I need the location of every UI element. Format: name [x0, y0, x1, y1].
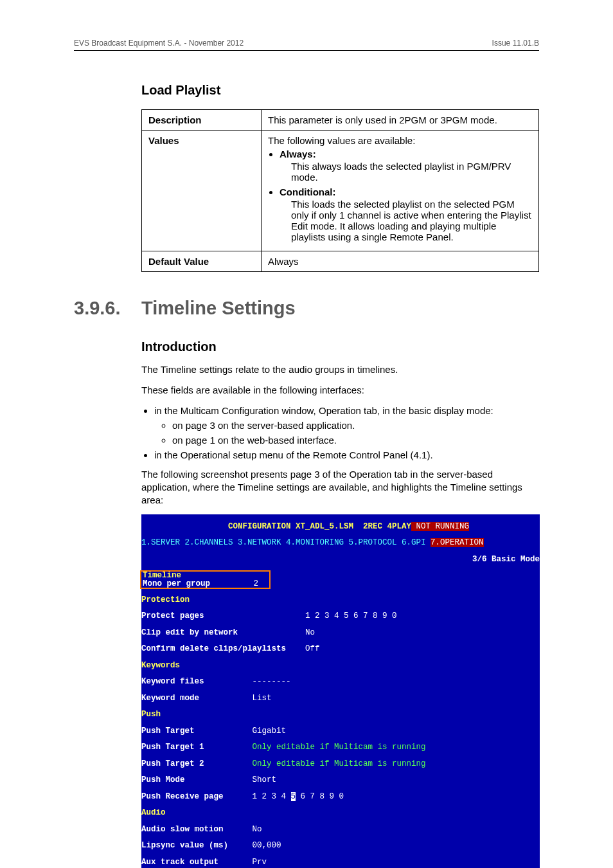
push-receive-pre: 1 2 3 4: [253, 792, 291, 801]
table-row: Values The following values are availabl…: [142, 131, 539, 251]
aux-value: Prv: [253, 858, 267, 867]
mono-per-group-value: 2: [254, 579, 259, 588]
terminal-tabs: 1.SERVER 2.CHANNELS 3.NETWORK 4.MONITORI…: [141, 538, 431, 547]
clip-edit-value: No: [305, 628, 315, 637]
lipsync-value: 00,000: [253, 841, 281, 850]
keywords-header: Keywords: [141, 661, 180, 670]
terminal-status: NOT RUNNING: [411, 522, 469, 531]
description-value: This parameter is only used in 2PGM or 3…: [262, 110, 539, 131]
intro-p1: The Timeline settings relate to the audi…: [141, 363, 539, 376]
intro-li1: in the Multicam Configuration window, Op…: [154, 405, 493, 416]
intro-p3: The following screenshot presents page 3…: [141, 468, 539, 507]
page-header: EVS Broadcast Equipment S.A. - November …: [74, 39, 539, 51]
push-mode-label: Push Mode: [141, 775, 185, 784]
lipsync-label: Lipsync value (ms): [141, 841, 228, 850]
aux-label: Aux track output: [141, 858, 218, 867]
load-playlist-title: Load Playlist: [74, 83, 539, 98]
keyword-files-value: --------: [253, 677, 291, 686]
section-title: Timeline Settings: [141, 298, 296, 319]
header-left: EVS Broadcast Equipment S.A. - November …: [74, 39, 244, 48]
audio-header: Audio: [141, 808, 166, 817]
terminal-screenshot: CONFIGURATION XT_ADL_5.LSM 2REC 4PLAY NO…: [141, 514, 540, 868]
default-label: Default Value: [142, 251, 262, 272]
conditional-label: Conditional:: [280, 186, 335, 197]
conditional-desc: This loads the selected playlist on the …: [291, 199, 532, 242]
always-desc: This always loads the selected playlist …: [291, 161, 532, 183]
values-intro: The following values are available:: [268, 135, 415, 146]
list-item: in the Multicam Configuration window, Op…: [154, 405, 539, 446]
always-label: Always:: [280, 149, 316, 159]
keyword-files-label: Keyword files: [141, 677, 204, 686]
load-playlist-table: Description This parameter is only used …: [141, 109, 539, 272]
intro-p2: These fields are available in the follow…: [141, 384, 539, 397]
values-cell: The following values are available: Alwa…: [262, 131, 539, 251]
push-target1-label: Push Target 1: [141, 743, 204, 752]
list-item: on page 3 on the server-based applicatio…: [172, 420, 539, 431]
description-label: Description: [142, 110, 262, 131]
terminal-title: CONFIGURATION XT_ADL_5.LSM 2REC 4PLAY: [228, 522, 411, 531]
table-row: Default Value Always: [142, 251, 539, 272]
confirm-delete-label: Confirm delete clips/playlists: [141, 644, 286, 653]
push-receive-selected: 5: [291, 792, 296, 801]
confirm-delete-value: Off: [305, 644, 320, 653]
push-header: Push: [141, 710, 161, 719]
push-receive-post: 6 7 8 9 0: [296, 792, 344, 801]
section-number: 3.9.6.: [74, 298, 141, 319]
protect-pages-value: 1 2 3 4 5 6 7 8 9 0: [305, 611, 397, 620]
mono-per-group-label: Mono per group: [143, 579, 210, 588]
protection-header: Protection: [141, 595, 190, 604]
introduction-heading: Introduction: [141, 339, 539, 354]
audio-slow-value: No: [253, 825, 262, 834]
audio-slow-label: Audio slow motion: [141, 825, 224, 834]
keyword-mode-value: List: [253, 694, 272, 703]
push-target2-value: Only editable if Multicam is running: [253, 759, 426, 768]
push-target-label: Push Target: [141, 727, 195, 736]
table-row: Description This parameter is only used …: [142, 110, 539, 131]
protect-pages-label: Protect pages: [141, 611, 204, 620]
keyword-mode-label: Keyword mode: [141, 694, 199, 703]
terminal-tab-active: 7.OPERATION: [431, 538, 484, 547]
list-item: on page 1 on the web-based interface.: [172, 435, 539, 446]
push-target1-value: Only editable if Multicam is running: [253, 743, 426, 752]
values-label: Values: [142, 131, 262, 251]
clip-edit-label: Clip edit by network: [141, 628, 238, 637]
push-target2-label: Push Target 2: [141, 759, 204, 768]
intro-list: in the Multicam Configuration window, Op…: [141, 405, 539, 460]
push-mode-value: Short: [253, 775, 277, 784]
header-right: Issue 11.01.B: [492, 39, 539, 48]
default-value: Always: [262, 251, 539, 272]
terminal-mode: 3/6 Basic Mode: [472, 555, 540, 564]
push-target-value: Gigabit: [253, 727, 287, 736]
push-receive-label: Push Receive page: [141, 792, 224, 801]
timeline-settings-heading: 3.9.6. Timeline Settings: [74, 298, 539, 319]
list-item: in the Operational setup menu of the Rem…: [154, 449, 539, 460]
